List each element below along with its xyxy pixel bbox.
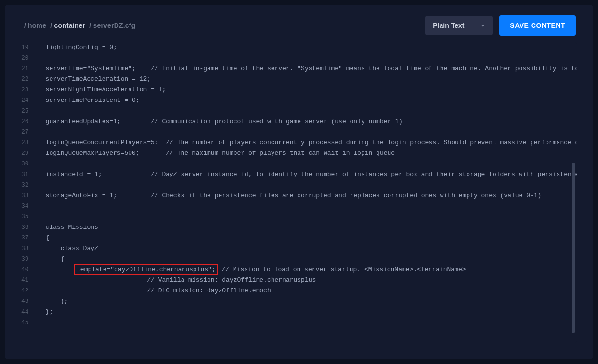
line-number: 38: [21, 243, 37, 254]
code-content[interactable]: serverTime="SystemTime"; // Initial in-g…: [37, 63, 577, 74]
code-line[interactable]: 24serverTimePersistent = 0;: [21, 95, 577, 106]
line-number: 27: [21, 127, 37, 138]
code-line[interactable]: 40 template="dayzOffline.chernarusplus";…: [21, 264, 577, 275]
code-content[interactable]: [37, 317, 577, 328]
code-content[interactable]: [37, 106, 577, 116]
line-number: 19: [21, 42, 37, 53]
code-line[interactable]: 37{: [21, 233, 577, 243]
breadcrumb-seg-container[interactable]: container: [54, 22, 85, 29]
line-number: 20: [21, 53, 37, 63]
line-number: 31: [21, 169, 37, 180]
code-content[interactable]: // DLC mission: dayzOffline.enoch: [37, 286, 577, 296]
code-line[interactable]: 25: [21, 106, 577, 116]
code-content[interactable]: instanceId = 1; // DayZ server instance …: [37, 169, 577, 180]
line-number: 26: [21, 116, 37, 127]
code-content[interactable]: serverTimeAcceleration = 12;: [37, 74, 577, 85]
code-line[interactable]: 39 {: [21, 254, 577, 264]
line-number: 40: [21, 264, 37, 275]
syntax-select[interactable]: Plain Text: [425, 16, 493, 35]
code-content[interactable]: [37, 127, 577, 138]
code-content[interactable]: loginQueueMaxPlayers=500; // The maximum…: [37, 148, 577, 159]
breadcrumb-seg-file: serverDZ.cfg: [93, 22, 135, 29]
code-line[interactable]: 44};: [21, 307, 577, 317]
line-number: 23: [21, 85, 37, 95]
scrollbar-vertical[interactable]: [572, 163, 575, 333]
line-number: 32: [21, 180, 37, 190]
path-separator: /: [24, 22, 26, 29]
line-number: 42: [21, 286, 37, 296]
line-number: 41: [21, 275, 37, 286]
breadcrumb-seg-home[interactable]: home: [28, 22, 46, 29]
line-number: 29: [21, 148, 37, 159]
code-line[interactable]: 23serverNightTimeAcceleration = 1;: [21, 85, 577, 95]
code-content[interactable]: // Vanilla mission: dayzOffline.chernaru…: [37, 275, 577, 286]
code-content[interactable]: serverNightTimeAcceleration = 1;: [37, 85, 577, 95]
line-number: 35: [21, 212, 37, 222]
editor-topbar: /home /container /serverDZ.cfg Plain Tex…: [5, 5, 593, 42]
line-number: 36: [21, 222, 37, 233]
code-content[interactable]: storageAutoFix = 1; // Checks if the per…: [37, 190, 577, 201]
line-number: 28: [21, 138, 37, 148]
line-number: 39: [21, 254, 37, 264]
code-line[interactable]: 30: [21, 159, 577, 169]
code-content[interactable]: class DayZ: [37, 243, 577, 254]
code-content[interactable]: [37, 180, 577, 190]
code-line[interactable]: 36class Missions: [21, 222, 577, 233]
code-line[interactable]: 32: [21, 180, 577, 190]
code-line[interactable]: 45: [21, 317, 577, 328]
line-number: 37: [21, 233, 37, 243]
code-content[interactable]: [37, 201, 577, 212]
highlighted-text: template="dayzOffline.chernarusplus";: [74, 264, 218, 275]
code-line[interactable]: 27: [21, 127, 577, 138]
line-number: 43: [21, 296, 37, 307]
code-content[interactable]: lightingConfig = 0;: [37, 42, 577, 53]
line-number: 34: [21, 201, 37, 212]
code-line[interactable]: 42 // DLC mission: dayzOffline.enoch: [21, 286, 577, 296]
code-content[interactable]: template="dayzOffline.chernarusplus"; //…: [37, 264, 577, 275]
code-line[interactable]: 35: [21, 212, 577, 222]
code-line[interactable]: 33storageAutoFix = 1; // Checks if the p…: [21, 190, 577, 201]
code-line[interactable]: 22serverTimeAcceleration = 12;: [21, 74, 577, 85]
code-line[interactable]: 28loginQueueConcurrentPlayers=5; // The …: [21, 138, 577, 148]
code-content[interactable]: [37, 53, 577, 63]
line-number: 45: [21, 317, 37, 328]
syntax-select-value: Plain Text: [433, 22, 464, 29]
code-content[interactable]: class Missions: [37, 222, 577, 233]
line-number: 30: [21, 159, 37, 169]
code-content[interactable]: loginQueueConcurrentPlayers=5; // The nu…: [37, 138, 577, 148]
code-line[interactable]: 38 class DayZ: [21, 243, 577, 254]
code-line[interactable]: 34: [21, 201, 577, 212]
code-content[interactable]: };: [37, 307, 577, 317]
line-number: 44: [21, 307, 37, 317]
code-content[interactable]: serverTimePersistent = 0;: [37, 95, 577, 106]
code-line[interactable]: 43 };: [21, 296, 577, 307]
code-content[interactable]: {: [37, 233, 577, 243]
line-number: 33: [21, 190, 37, 201]
line-number: 24: [21, 95, 37, 106]
code-editor[interactable]: 19lightingConfig = 0;2021serverTime="Sys…: [21, 42, 577, 343]
code-line[interactable]: 19lightingConfig = 0;: [21, 42, 577, 53]
code-content[interactable]: [37, 212, 577, 222]
save-button[interactable]: SAVE CONTENT: [499, 15, 576, 36]
code-line[interactable]: 29loginQueueMaxPlayers=500; // The maxim…: [21, 148, 577, 159]
code-content[interactable]: {: [37, 254, 577, 264]
line-number: 22: [21, 74, 37, 85]
code-line[interactable]: 21serverTime="SystemTime"; // Initial in…: [21, 63, 577, 74]
path-separator: /: [89, 22, 91, 29]
file-editor-panel: /home /container /serverDZ.cfg Plain Tex…: [5, 5, 593, 359]
code-content[interactable]: guaranteedUpdates=1; // Communication pr…: [37, 116, 577, 127]
line-number: 21: [21, 63, 37, 74]
code-line[interactable]: 41 // Vanilla mission: dayzOffline.chern…: [21, 275, 577, 286]
code-content[interactable]: };: [37, 296, 577, 307]
code-line[interactable]: 20: [21, 53, 577, 63]
code-line[interactable]: 31instanceId = 1; // DayZ server instanc…: [21, 169, 577, 180]
code-line[interactable]: 26guaranteedUpdates=1; // Communication …: [21, 116, 577, 127]
path-separator: /: [50, 22, 52, 29]
breadcrumb: /home /container /serverDZ.cfg: [22, 22, 135, 29]
editor-area: 19lightingConfig = 0;2021serverTime="Sys…: [5, 42, 593, 359]
code-content[interactable]: [37, 159, 577, 169]
chevron-down-icon: [480, 23, 486, 28]
line-number: 25: [21, 106, 37, 116]
